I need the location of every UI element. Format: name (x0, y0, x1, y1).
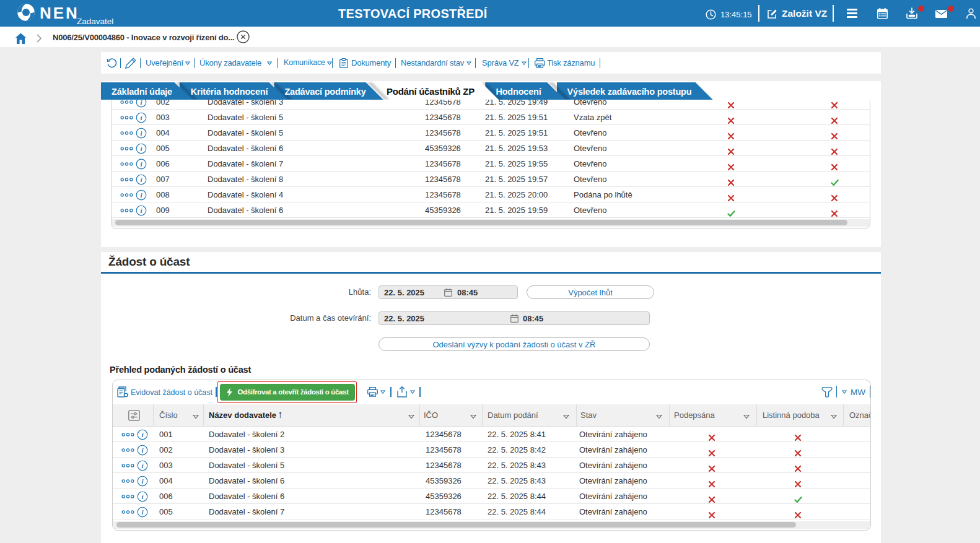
svg-text:i: i (140, 160, 142, 168)
svg-text:i: i (141, 477, 144, 485)
svg-text:Hodnocení: Hodnocení (496, 87, 541, 97)
svg-text:i: i (140, 176, 142, 183)
svg-text:i: i (140, 129, 142, 137)
svg-text:i: i (141, 508, 144, 516)
svg-text:i: i (141, 446, 144, 454)
svg-text:Základní údaje: Základní údaje (112, 87, 172, 97)
svg-text:Podání účastníků ZP: Podání účastníků ZP (387, 86, 475, 97)
svg-text:i: i (140, 114, 142, 121)
svg-text:i: i (141, 431, 144, 438)
svg-text:i: i (140, 145, 142, 152)
svg-text:i: i (141, 493, 144, 500)
svg-text:i: i (140, 207, 142, 214)
svg-text:i: i (141, 462, 144, 469)
svg-text:i: i (140, 191, 142, 199)
svg-text:Výsledek zadávacího postupu: Výsledek zadávacího postupu (567, 87, 692, 97)
svg-text:Kritéria hodnocení: Kritéria hodnocení (191, 87, 269, 97)
svg-text:Zadávací podmínky: Zadávací podmínky (284, 87, 365, 97)
